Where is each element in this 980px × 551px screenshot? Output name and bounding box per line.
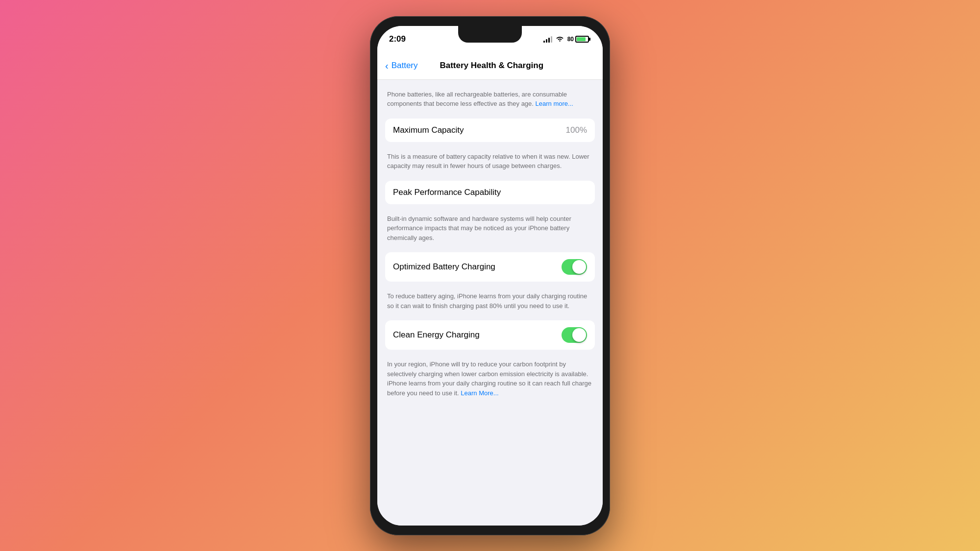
content-area: Phone batteries, like all rechargeable b… — [377, 80, 603, 526]
clean-energy-label: Clean Energy Charging — [393, 330, 480, 340]
battery-fill — [577, 37, 586, 41]
optimized-charging-toggle[interactable] — [562, 259, 587, 275]
optimized-charging-row: Optimized Battery Charging — [385, 252, 595, 282]
intro-description: Phone batteries, like all rechargeable b… — [385, 90, 595, 109]
clean-energy-card: Clean Energy Charging — [385, 320, 595, 350]
page-title: Battery Health & Charging — [418, 61, 565, 71]
optimized-charging-label: Optimized Battery Charging — [393, 262, 495, 272]
intro-learn-more-link[interactable]: Learn more... — [536, 100, 573, 107]
maximum-capacity-label: Maximum Capacity — [393, 125, 464, 135]
wifi-icon — [556, 36, 564, 42]
maximum-capacity-card: Maximum Capacity 100% — [385, 119, 595, 142]
phone-notch — [458, 26, 522, 43]
signal-icon — [543, 36, 552, 43]
clean-energy-toggle-knob — [572, 328, 586, 342]
battery-icon — [575, 36, 589, 43]
clean-energy-row: Clean Energy Charging — [385, 320, 595, 350]
status-icons: 80 — [543, 36, 589, 43]
back-label: Battery — [392, 61, 418, 71]
status-time: 2:09 — [389, 34, 406, 44]
phone-frame: 2:09 80 ‹ — [370, 16, 610, 535]
clean-energy-description: In your region, iPhone will try to reduc… — [385, 359, 595, 398]
maximum-capacity-description: This is a measure of battery capacity re… — [385, 152, 595, 171]
battery-percent: 80 — [567, 36, 574, 43]
navigation-bar: ‹ Battery Battery Health & Charging — [377, 52, 603, 80]
peak-performance-card: Peak Performance Capability — [385, 181, 595, 204]
back-chevron-icon: ‹ — [385, 60, 389, 72]
phone-screen: 2:09 80 ‹ — [377, 26, 603, 526]
optimized-charging-card: Optimized Battery Charging — [385, 252, 595, 282]
peak-performance-row: Peak Performance Capability — [385, 181, 595, 204]
toggle-knob — [572, 260, 586, 274]
clean-energy-learn-more-link[interactable]: Learn More... — [461, 389, 498, 397]
peak-performance-label: Peak Performance Capability — [393, 188, 501, 197]
maximum-capacity-value: 100% — [566, 125, 587, 135]
back-button[interactable]: ‹ Battery — [385, 60, 418, 72]
optimized-charging-description: To reduce battery aging, iPhone learns f… — [385, 291, 595, 311]
clean-energy-toggle[interactable] — [562, 327, 587, 343]
peak-performance-description: Built-in dynamic software and hardware s… — [385, 214, 595, 243]
maximum-capacity-row: Maximum Capacity 100% — [385, 119, 595, 142]
battery-indicator: 80 — [567, 36, 589, 43]
